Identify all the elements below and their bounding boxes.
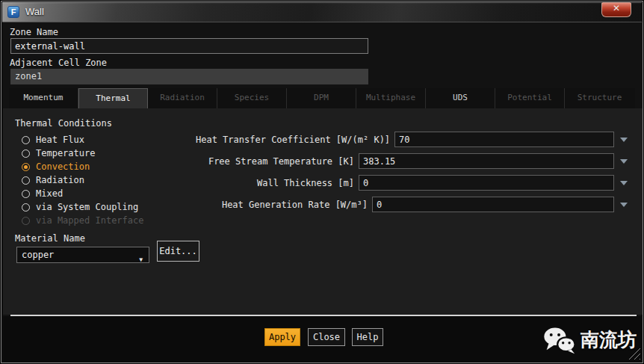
radio-mixed[interactable]: Mixed: [22, 188, 63, 200]
profile-dropdown-icon[interactable]: [614, 159, 634, 164]
radio-via-mapped-interface: via Mapped Interface: [22, 215, 144, 226]
profile-dropdown-icon[interactable]: [614, 181, 634, 185]
adjacent-cell-zone-field: zone1: [10, 69, 368, 84]
wall-thickness-input[interactable]: [359, 175, 614, 191]
radio-radiation[interactable]: Radiation: [22, 174, 84, 186]
close-button[interactable]: ✕: [601, 2, 631, 17]
radio-label: via System Coupling: [36, 202, 138, 212]
wall-dialog-window: F Wall ✕ Zone Name Adjacent Cell Zone zo…: [1, 1, 643, 363]
help-button[interactable]: Help: [352, 328, 383, 346]
radio-circle-icon: [22, 149, 30, 158]
heat-transfer-coefficient-input[interactable]: [394, 132, 614, 147]
radio-convection[interactable]: Convection: [22, 161, 90, 173]
radio-circle-icon: [22, 190, 30, 198]
field-label: Wall Thickness [m]: [257, 178, 354, 188]
close-icon: ✕: [613, 3, 620, 13]
radio-via-system-coupling[interactable]: via System Coupling: [22, 201, 138, 213]
material-name-value: copper: [22, 250, 54, 260]
tab-multiphase: Multiphase: [356, 88, 426, 108]
watermark-text: 南流坊: [580, 324, 637, 356]
radio-circle-icon: [22, 176, 30, 185]
titlebar[interactable]: F Wall ✕: [2, 2, 642, 22]
tab-bar: Momentum Thermal Radiation Species DPM M…: [9, 88, 635, 108]
watermark: 南流坊: [542, 324, 637, 356]
close-dialog-button[interactable]: Close: [308, 328, 345, 346]
material-name-select[interactable]: copper ▼: [16, 247, 149, 263]
field-row-free-stream-temperature: Free Stream Temperature [K]: [196, 153, 634, 169]
radio-circle-icon: [22, 136, 30, 144]
window-title: Wall: [25, 6, 44, 17]
field-label: Heat Generation Rate [W/m³]: [222, 200, 368, 210]
field-row-wall-thickness: Wall Thickness [m]: [196, 175, 634, 191]
radio-temperature[interactable]: Temperature: [22, 147, 95, 159]
zone-name-input[interactable]: [10, 38, 368, 54]
field-label: Free Stream Temperature [K]: [208, 156, 354, 167]
thermal-conditions-label: Thermal Conditions: [15, 118, 112, 129]
radio-selected-icon: [22, 163, 30, 171]
radio-label: via Mapped Interface: [36, 215, 144, 226]
tab-momentum[interactable]: Momentum: [9, 88, 78, 108]
radio-circle-icon: [22, 217, 30, 225]
tab-thermal[interactable]: Thermal: [78, 88, 148, 108]
adjacent-cell-zone-label: Adjacent Cell Zone: [10, 58, 107, 68]
tab-dpm: DPM: [287, 88, 356, 108]
profile-dropdown-icon[interactable]: [614, 203, 634, 207]
tab-uds[interactable]: UDS: [426, 88, 495, 108]
tab-species: Species: [217, 88, 287, 108]
radio-label: Heat Flux: [36, 135, 84, 145]
tab-radiation: Radiation: [148, 88, 217, 108]
free-stream-temperature-input[interactable]: [359, 153, 614, 169]
material-name-label: Material Name: [15, 233, 85, 244]
profile-dropdown-icon[interactable]: [614, 138, 634, 142]
chevron-down-icon: ▼: [139, 253, 143, 268]
edit-material-button[interactable]: Edit...: [157, 241, 199, 262]
tab-structure: Structure: [565, 88, 634, 108]
field-label: Heat Transfer Coefficient [W/(m² K)]: [196, 135, 390, 145]
radio-label: Convection: [36, 161, 90, 172]
zone-name-label: Zone Name: [10, 27, 58, 37]
apply-button[interactable]: Apply: [264, 328, 300, 346]
wechat-icon: [542, 326, 576, 354]
screen: F Wall ✕ Zone Name Adjacent Cell Zone zo…: [0, 0, 644, 364]
radio-label: Mixed: [36, 188, 63, 199]
fluent-app-icon: F: [7, 6, 19, 18]
radio-label: Radiation: [36, 175, 84, 185]
radio-label: Temperature: [36, 148, 95, 158]
field-row-heat-generation-rate: Heat Generation Rate [W/m³]: [196, 197, 634, 212]
heat-generation-rate-input[interactable]: [372, 197, 614, 212]
radio-heat-flux[interactable]: Heat Flux: [22, 134, 84, 146]
field-row-heat-transfer-coefficient: Heat Transfer Coefficient [W/(m² K)]: [196, 132, 634, 147]
tab-potential: Potential: [495, 88, 565, 108]
radio-circle-icon: [22, 203, 30, 212]
